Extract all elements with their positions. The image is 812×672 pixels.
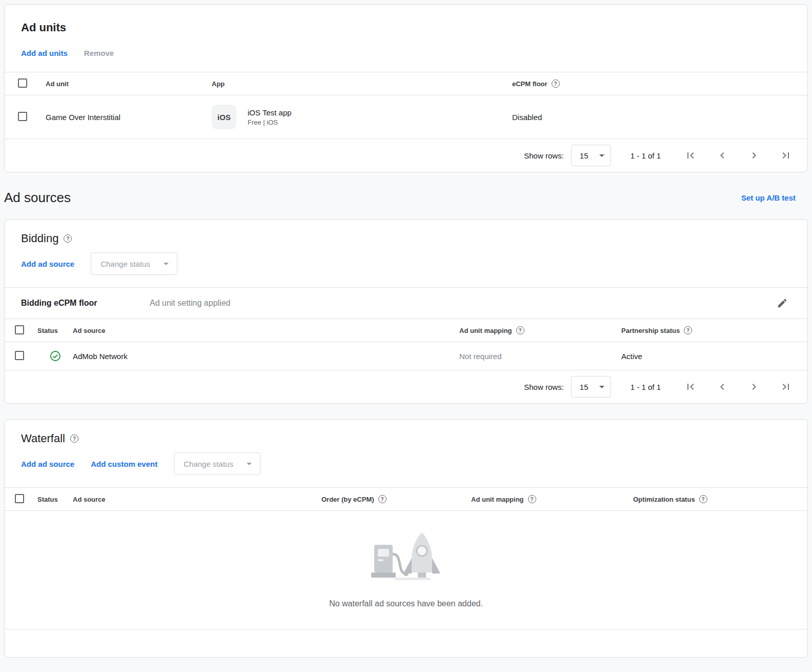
ad-units-actions: Add ad units Remove: [5, 49, 807, 57]
ad-unit-name[interactable]: Game Over Interstitial: [46, 113, 212, 122]
row-checkbox-cell: [5, 112, 46, 123]
select-all-checkbox[interactable]: [18, 78, 27, 88]
rows-per-page-select[interactable]: 15: [571, 145, 611, 166]
order-help-icon[interactable]: [378, 495, 387, 503]
bidding-rows-per-page-select[interactable]: 15: [571, 376, 611, 398]
bidding-pagination: Show rows: 15 1 - 1 of 1: [5, 370, 807, 403]
pagination-nav: [684, 149, 792, 162]
col-optimization-status-label: Optimization status: [633, 496, 695, 503]
last-page-icon[interactable]: [780, 381, 792, 393]
col-optimization-status: Optimization status: [633, 495, 807, 503]
chevron-down-icon: [164, 263, 169, 265]
bidding-ecpm-floor-row: Bidding eCPM floor Ad unit setting appli…: [5, 287, 807, 319]
bidding-ad-source-name[interactable]: AdMob Network: [73, 352, 459, 361]
mediation-page: Ad units Add ad units Remove Ad unit App…: [0, 0, 812, 666]
pagination-nav: [684, 381, 792, 393]
waterfall-empty-state: No waterfall ad sources have been added.: [5, 511, 807, 629]
ad-units-table-header: Ad unit App eCPM floor: [5, 72, 807, 95]
bidding-row-checkbox[interactable]: [15, 351, 24, 360]
partnership-status-help-icon[interactable]: [684, 326, 692, 334]
app-name: iOS Test app: [248, 108, 292, 117]
waterfall-add-ad-source-link[interactable]: Add ad source: [21, 460, 74, 468]
ecpm-floor-value: Disabled: [512, 113, 807, 122]
first-page-icon[interactable]: [684, 149, 697, 162]
status-active-icon: [37, 350, 73, 362]
app-cell: iOS iOS Test app Free | iOS: [212, 105, 512, 129]
ad-units-card: Ad units Add ad units Remove Ad unit App…: [4, 4, 808, 172]
ad-unit-mapping-help-icon[interactable]: [516, 326, 524, 334]
previous-page-icon[interactable]: [716, 149, 728, 162]
bidding-table: Status Ad source Ad unit mapping Partner…: [5, 319, 807, 370]
first-page-icon[interactable]: [684, 381, 697, 393]
waterfall-title-row: Waterfall: [5, 420, 807, 445]
bidding-help-icon[interactable]: [64, 234, 72, 243]
ad-unit-row: Game Over Interstitial iOS iOS Test app …: [5, 95, 807, 139]
waterfall-help-icon[interactable]: [70, 434, 78, 443]
waterfall-footer: [5, 629, 807, 657]
bidding-select-all-checkbox[interactable]: [15, 325, 24, 334]
edit-icon[interactable]: [777, 298, 788, 309]
rows-per-page-value: 15: [580, 383, 588, 391]
col-ecpm-floor: eCPM floor: [512, 80, 807, 88]
bidding-row: AdMob Network Not required Active: [5, 342, 807, 370]
chevron-down-icon: [247, 463, 252, 465]
next-page-icon[interactable]: [748, 149, 760, 162]
chevron-down-icon: [599, 154, 604, 157]
col-ad-unit-mapping: Ad unit mapping: [471, 495, 633, 503]
add-custom-event-link[interactable]: Add custom event: [91, 460, 157, 468]
col-status: Status: [37, 496, 73, 503]
waterfall-table: Status Ad source Order (by eCPM) Ad unit…: [5, 487, 807, 511]
app-icon: iOS: [212, 105, 236, 129]
remove-link[interactable]: Remove: [84, 49, 114, 57]
col-order-by-ecpm-label: Order (by eCPM): [321, 496, 374, 503]
ecpm-floor-help-icon[interactable]: [552, 80, 560, 88]
next-page-icon[interactable]: [748, 381, 760, 393]
waterfall-table-header: Status Ad source Order (by eCPM) Ad unit…: [5, 487, 807, 511]
bidding-ad-unit-mapping-value: Not required: [459, 352, 621, 361]
col-order-by-ecpm: Order (by eCPM): [321, 495, 471, 503]
ad-sources-title: Ad sources: [4, 190, 71, 206]
col-ad-unit-mapping-label: Ad unit mapping: [459, 327, 512, 334]
app-text: iOS Test app Free | iOS: [248, 108, 292, 126]
col-ecpm-floor-label: eCPM floor: [512, 80, 547, 88]
rocket-fuel-illustration: [365, 526, 447, 587]
waterfall-empty-message: No waterfall ad sources have been added.: [329, 599, 483, 608]
setup-ab-test-link[interactable]: Set up A/B test: [741, 193, 796, 202]
bidding-ecpm-floor-value: Ad unit setting applied: [150, 299, 230, 308]
show-rows-label: Show rows:: [524, 383, 564, 391]
optimization-status-help-icon[interactable]: [699, 495, 707, 503]
bidding-partnership-status-value: Active: [621, 352, 807, 361]
col-ad-unit: Ad unit: [46, 80, 212, 88]
chevron-down-icon: [599, 386, 604, 388]
col-status: Status: [37, 327, 73, 334]
bidding-change-status-label: Change status: [100, 260, 150, 268]
bidding-actions: Add ad source Change status: [5, 252, 807, 275]
waterfall-change-status-label: Change status: [184, 460, 233, 468]
page-range: 1 - 1 of 1: [631, 151, 661, 160]
app-meta: Free | iOS: [248, 118, 292, 126]
bidding-ecpm-floor-label: Bidding eCPM floor: [5, 299, 150, 308]
page-range: 1 - 1 of 1: [631, 383, 661, 391]
rows-per-page-value: 15: [580, 151, 588, 160]
bidding-change-status-button[interactable]: Change status: [91, 252, 177, 275]
previous-page-icon[interactable]: [716, 381, 728, 393]
col-app: App: [212, 80, 512, 88]
bidding-add-ad-source-link[interactable]: Add ad source: [21, 260, 74, 268]
bidding-title-row: Bidding: [5, 220, 807, 245]
waterfall-change-status-button[interactable]: Change status: [174, 452, 260, 475]
waterfall-title: Waterfall: [21, 432, 65, 445]
last-page-icon[interactable]: [780, 149, 792, 162]
waterfall-select-all-cell: [5, 494, 37, 505]
show-rows-label: Show rows:: [524, 151, 564, 160]
bidding-row-checkbox-cell: [5, 351, 37, 362]
waterfall-card: Waterfall Add ad source Add custom event…: [4, 419, 808, 658]
col-partnership-status-label: Partnership status: [621, 327, 680, 334]
select-all-cell: [5, 78, 46, 89]
ad-unit-mapping-help-icon[interactable]: [528, 495, 536, 503]
waterfall-actions: Add ad source Add custom event Change st…: [5, 452, 807, 475]
col-ad-unit-mapping-label: Ad unit mapping: [471, 496, 524, 503]
bidding-title: Bidding: [21, 232, 58, 245]
waterfall-select-all-checkbox[interactable]: [15, 494, 24, 503]
row-checkbox[interactable]: [18, 112, 27, 121]
add-ad-units-link[interactable]: Add ad units: [21, 49, 68, 57]
